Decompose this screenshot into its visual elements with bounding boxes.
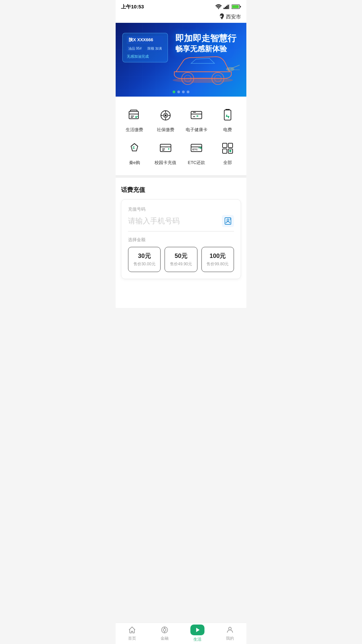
svg-rect-6 bbox=[232, 5, 239, 8]
amount-value-50: 50元 bbox=[168, 252, 194, 260]
svg-rect-30 bbox=[223, 143, 227, 148]
input-label: 充值号码 bbox=[128, 206, 234, 212]
svg-rect-32 bbox=[223, 149, 227, 153]
svg-rect-24 bbox=[191, 111, 202, 119]
svg-rect-31 bbox=[228, 143, 233, 148]
svg-rect-16 bbox=[129, 111, 138, 119]
wifi-icon bbox=[216, 4, 222, 9]
etc-repay-label: ETC还款 bbox=[188, 160, 205, 166]
contact-select-icon[interactable] bbox=[222, 215, 234, 227]
svg-text:ETC: ETC bbox=[192, 148, 198, 151]
service-life-payment[interactable]: 生活缴费 bbox=[119, 103, 150, 136]
signal-icon bbox=[224, 4, 230, 9]
svg-rect-25 bbox=[224, 110, 231, 120]
amount-option-100[interactable]: 100元 售价99.80元 bbox=[201, 247, 234, 272]
amount-label: 选择金额 bbox=[128, 237, 234, 243]
svg-rect-0 bbox=[224, 8, 225, 9]
life-payment-icon bbox=[126, 107, 143, 124]
all-services-label: 全部 bbox=[223, 160, 232, 166]
amount-options: 30元 售价30.00元 50元 售价49.90元 100元 售价99.80元 bbox=[128, 247, 234, 272]
service-campus-card[interactable]: 校园卡充值 bbox=[150, 136, 181, 169]
limit-info: 限额 加满 bbox=[146, 46, 164, 52]
status-info: 无感加油完成 bbox=[127, 54, 164, 60]
plate-number: 陕X XXX666 bbox=[127, 36, 164, 44]
amount-price-30: 售价30.00元 bbox=[131, 261, 158, 267]
status-icons bbox=[216, 4, 241, 9]
amount-price-100: 售价99.80元 bbox=[204, 261, 231, 267]
svg-rect-4 bbox=[229, 4, 230, 9]
svg-line-14 bbox=[231, 65, 240, 68]
amount-price-50: 售价49.90元 bbox=[168, 261, 194, 267]
phone-input-row: 请输入手机号码 bbox=[128, 215, 234, 231]
qin-shop-label: 秦e购 bbox=[129, 160, 140, 166]
amount-value-30: 30元 bbox=[131, 252, 158, 260]
recharge-section: 话费充值 充值号码 请输入手机号码 选择金额 bbox=[116, 180, 246, 284]
recharge-title: 话费充值 bbox=[121, 186, 241, 194]
svg-point-35 bbox=[229, 150, 232, 152]
banner: 陕X XXX666 油品 95# 限额 加满 无感加油完成 即加即走智慧行 畅享… bbox=[116, 23, 246, 97]
health-card-label: 电子健康卡 bbox=[186, 127, 207, 133]
life-payment-label: 生活缴费 bbox=[126, 127, 143, 133]
dot-2 bbox=[177, 91, 180, 93]
dot-3 bbox=[182, 91, 185, 93]
oil-info: 油品 95# bbox=[127, 46, 143, 52]
status-time: 上午10:53 bbox=[121, 4, 144, 10]
service-etc-repay[interactable]: ETC ETC还款 bbox=[181, 136, 212, 169]
banner-title: 即加即走智慧行 bbox=[175, 33, 236, 44]
dot-4 bbox=[187, 91, 189, 93]
dot-1 bbox=[173, 91, 175, 93]
recharge-card: 充值号码 请输入手机号码 选择金额 30元 售 bbox=[121, 199, 241, 279]
svg-rect-27 bbox=[160, 144, 171, 152]
service-electricity[interactable]: 电费 bbox=[212, 103, 243, 136]
svg-rect-2 bbox=[226, 6, 227, 9]
amount-option-30[interactable]: 30元 售价30.00元 bbox=[128, 247, 161, 272]
etc-repay-icon: ETC bbox=[188, 140, 205, 157]
service-health-card[interactable]: 电子健康卡 bbox=[181, 103, 212, 136]
battery-icon bbox=[232, 4, 241, 9]
amount-value-100: 100元 bbox=[204, 252, 231, 260]
social-security-icon bbox=[157, 107, 174, 124]
svg-rect-3 bbox=[228, 5, 229, 9]
social-security-label: 社保缴费 bbox=[157, 127, 174, 133]
svg-rect-1 bbox=[225, 7, 226, 9]
svg-text:E: E bbox=[133, 146, 135, 150]
amount-option-50[interactable]: 50元 售价49.90元 bbox=[165, 247, 197, 272]
main-content: 生活缴费 社保缴费 bbox=[116, 97, 246, 308]
location-bar[interactable]: 西安市 bbox=[116, 12, 246, 23]
status-bar: 上午10:53 bbox=[116, 0, 246, 12]
svg-point-23 bbox=[165, 115, 166, 116]
all-services-icon bbox=[219, 140, 236, 157]
health-card-icon bbox=[188, 107, 205, 124]
service-all[interactable]: 全部 bbox=[212, 136, 243, 169]
banner-car bbox=[166, 45, 240, 87]
service-grid: 生活缴费 社保缴费 bbox=[116, 97, 246, 172]
car-illustration bbox=[166, 45, 240, 85]
svg-point-37 bbox=[227, 219, 229, 221]
city-name: 西安市 bbox=[226, 14, 241, 20]
electricity-icon bbox=[219, 107, 236, 124]
phone-placeholder[interactable]: 请输入手机号码 bbox=[128, 216, 180, 226]
section-divider bbox=[116, 175, 246, 178]
banner-dots bbox=[173, 91, 189, 93]
campus-card-icon bbox=[157, 140, 174, 157]
service-qin-shop[interactable]: E 秦e购 bbox=[119, 136, 150, 169]
campus-card-label: 校园卡充值 bbox=[155, 160, 176, 166]
qin-shop-icon: E bbox=[126, 140, 143, 157]
service-social-security[interactable]: 社保缴费 bbox=[150, 103, 181, 136]
electricity-label: 电费 bbox=[223, 127, 232, 133]
location-pin-icon bbox=[219, 13, 225, 20]
banner-card: 陕X XXX666 油品 95# 限额 加满 无感加油完成 bbox=[122, 33, 168, 62]
